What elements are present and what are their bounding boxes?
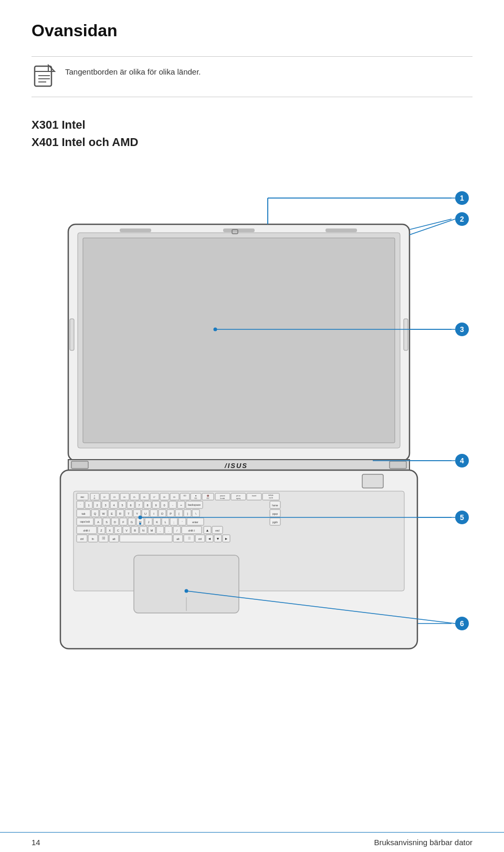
svg-text:shift⇧: shift⇧ [188,529,195,532]
svg-text:P: P [170,512,172,515]
svg-text:1: 1 [88,504,89,507]
svg-text:L: L [164,521,166,524]
svg-text:pgdn: pgdn [272,521,278,524]
svg-text:Y: Y [136,512,138,515]
model-line2: X401 Intel och AMD [32,133,472,151]
svg-text:delete: delete [268,494,274,496]
svg-text:f11: f11 [195,497,197,500]
svg-text:shift⇧: shift⇧ [83,529,90,532]
svg-text:5: 5 [460,513,464,522]
svg-text:4: 4 [460,456,464,465]
svg-text:pause: pause [220,495,225,497]
svg-text:2: 2 [96,504,98,507]
svg-text:A: A [97,521,99,524]
svg-text:C: C [117,529,119,532]
svg-text:': ' [182,521,182,524]
svg-text:N: N [142,529,144,532]
svg-rect-24 [390,461,406,469]
svg-text:4: 4 [113,504,114,507]
svg-text:tab: tab [82,512,86,515]
svg-text:-: - [172,504,173,507]
svg-text:7: 7 [138,504,140,507]
svg-text:▼: ▼ [216,537,220,541]
svg-text:M: M [151,529,153,532]
svg-text:home: home [272,504,278,507]
svg-line-223 [410,219,455,235]
svg-rect-26 [362,474,383,488]
svg-text:V: V [125,529,128,532]
model-line1: X301 Intel [32,116,472,133]
page-footer: 14 Bruksanvisning bärbar dator [0,832,504,852]
svg-text:fn: fn [92,537,94,541]
svg-rect-20 [404,319,408,350]
svg-text:D: D [114,521,116,524]
svg-rect-14 [83,238,395,443]
svg-rect-0 [35,66,51,86]
svg-text:S: S [106,521,108,524]
svg-text:/ISUS: /ISUS [224,462,248,470]
svg-text:◄: ◄ [208,537,212,541]
laptop-diagram: /ISUS esc z f1 f2 f3 f4 [32,167,483,704]
svg-text:►: ► [225,537,228,541]
svg-text:X: X [109,529,111,532]
svg-text:sysrq: sysrq [236,497,240,500]
footer-title: Bruksanvisning bärbar dator [374,838,472,847]
svg-text:ctrl: ctrl [80,537,84,541]
svg-text:ins lk: ins lk [269,497,273,499]
svg-rect-16 [120,228,151,232]
svg-rect-17 [326,228,357,232]
svg-text:caps lock: caps lock [80,521,91,523]
svg-text:O: O [161,512,164,515]
svg-text:alt: alt [112,537,116,541]
svg-text:K: K [156,521,158,524]
svg-rect-193 [120,535,172,542]
svg-text:⊞: ⊞ [102,536,106,541]
model-title: X301 Intel X401 Intel och AMD [32,116,472,151]
svg-text:8: 8 [146,504,148,507]
svg-text:=: = [180,504,182,507]
page-title: Ovansidan [32,21,472,40]
svg-text:W: W [102,512,105,515]
svg-text:2: 2 [460,215,464,223]
note-text: Tangentborden är olika för olika länder. [65,64,201,76]
svg-text:E: E [111,512,113,515]
note-icon [32,64,57,89]
svg-point-142 [139,523,141,525]
svg-text:break: break [220,497,225,500]
footer-page-number: 14 [32,838,40,847]
svg-text:0: 0 [163,504,165,507]
svg-text:1: 1 [460,194,464,202]
svg-text:▲: ▲ [206,528,209,532]
svg-text:f1: f1 [93,497,95,500]
svg-point-228 [139,516,142,519]
svg-text:insert: insert [252,495,257,497]
svg-text:z: z [94,495,95,497]
svg-text:3: 3 [104,504,106,507]
svg-point-225 [214,328,217,331]
svg-text:6: 6 [130,504,131,507]
svg-text:backspace: backspace [188,503,201,506]
svg-rect-15 [223,228,255,232]
svg-text:f10: f10 [184,495,186,497]
svg-text:G: G [131,521,133,524]
svg-rect-19 [70,319,74,350]
note-box: Tangentborden är olika för olika länder. [32,56,472,97]
svg-text:9: 9 [155,504,156,507]
svg-text:B: B [134,529,136,532]
svg-point-230 [185,589,188,593]
svg-text:end: end [215,529,219,532]
svg-text:6: 6 [460,619,464,628]
svg-text:☰: ☰ [188,537,191,540]
svg-text:3: 3 [460,325,464,334]
svg-text:R: R [119,512,121,515]
laptop-svg: /ISUS esc z f1 f2 f3 f4 [32,167,483,702]
svg-text:5: 5 [121,504,123,507]
svg-text:esc: esc [80,496,85,498]
svg-text:pgup: pgup [272,513,278,515]
svg-text:U: U [144,512,146,515]
svg-text:f12: f12 [207,497,209,500]
svg-text:Q: Q [94,512,97,515]
svg-text:alt: alt [176,537,180,541]
svg-text:enter: enter [192,521,198,524]
svg-text:ctrl: ctrl [198,537,202,541]
